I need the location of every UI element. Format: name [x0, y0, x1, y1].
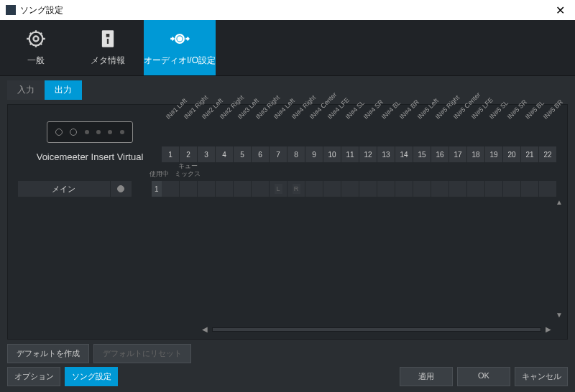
routing-cell[interactable] — [198, 181, 216, 197]
channel-number[interactable]: 20 — [503, 146, 521, 162]
channel-number[interactable]: 15 — [413, 146, 431, 162]
tab-metadata[interactable]: メタ情報 — [72, 20, 144, 75]
channel-number[interactable]: 7 — [270, 146, 288, 162]
routing-cell[interactable] — [485, 181, 503, 197]
song-settings-button[interactable]: ソング設定 — [65, 367, 118, 386]
close-icon[interactable]: ✕ — [551, 4, 569, 17]
track-channel-num: 1 — [152, 181, 162, 197]
gear-icon — [26, 29, 46, 49]
ok-button[interactable]: OK — [457, 367, 510, 386]
cancel-button[interactable]: キャンセル — [515, 367, 568, 386]
channel-number[interactable]: 17 — [449, 146, 467, 162]
svg-point-1 — [34, 37, 39, 42]
device-name: Voicemeeter Insert Virtual — [37, 151, 144, 162]
channel-number[interactable]: 9 — [305, 146, 323, 162]
channel-number[interactable]: 4 — [216, 146, 234, 162]
channel-number[interactable]: 10 — [323, 146, 341, 162]
routing-cell[interactable] — [180, 181, 198, 197]
channel-number[interactable]: 11 — [341, 146, 359, 162]
track-use-toggle[interactable] — [111, 181, 132, 197]
channel-number[interactable]: 8 — [288, 146, 305, 162]
scroll-down-icon[interactable]: ▼ — [556, 311, 563, 319]
reset-default-button: デフォルトにリセット — [93, 344, 191, 363]
channel-number[interactable]: 21 — [521, 146, 539, 162]
channel-number[interactable]: 6 — [252, 146, 270, 162]
routing-cell[interactable] — [216, 181, 234, 197]
routing-cell[interactable] — [521, 181, 539, 197]
subtab-output[interactable]: 出力 — [45, 80, 82, 100]
scroll-up-icon[interactable]: ▲ — [556, 198, 563, 206]
routing-cell[interactable] — [413, 181, 431, 197]
routing-cell[interactable] — [449, 181, 467, 197]
routing-cell[interactable] — [341, 181, 359, 197]
audio-io-icon — [170, 29, 190, 49]
channel-number[interactable]: 13 — [377, 146, 395, 162]
device-icon — [47, 121, 133, 143]
track-cue-toggle[interactable] — [132, 181, 149, 197]
routing-cell[interactable] — [234, 181, 252, 197]
window-title: ソング設定 — [20, 4, 63, 17]
track-row: メイン 1 LR — [18, 181, 557, 197]
routing-cell[interactable] — [162, 181, 180, 197]
routing-cell[interactable] — [467, 181, 485, 197]
options-button[interactable]: オプション — [7, 367, 60, 386]
scroll-right-icon[interactable]: ▶ — [546, 325, 551, 333]
channel-number[interactable]: 5 — [234, 146, 252, 162]
info-file-icon — [98, 29, 118, 49]
channel-number[interactable]: 14 — [395, 146, 413, 162]
tab-general[interactable]: 一般 — [0, 20, 72, 75]
svg-rect-3 — [106, 34, 110, 37]
channel-number[interactable]: 2 — [180, 146, 198, 162]
subtab-input[interactable]: 入力 — [7, 80, 45, 100]
routing-cell[interactable] — [377, 181, 395, 197]
channel-label: IN#5 BR — [542, 103, 560, 121]
svg-rect-4 — [107, 39, 109, 44]
titlebar: ソング設定 ✕ — [0, 0, 575, 20]
routing-cell[interactable] — [305, 181, 323, 197]
routing-cell[interactable] — [252, 181, 270, 197]
create-default-button[interactable]: デフォルトを作成 — [7, 344, 89, 363]
routing-cell[interactable] — [359, 181, 377, 197]
routing-panel: Voicemeeter Insert Virtual IN#1 LeftIN#1… — [7, 104, 568, 340]
routing-cell[interactable]: R — [288, 181, 305, 197]
routing-cell[interactable] — [539, 181, 557, 197]
routing-cell[interactable] — [323, 181, 341, 197]
channel-number[interactable]: 1 — [162, 146, 180, 162]
channel-number[interactable]: 16 — [431, 146, 449, 162]
routing-cell[interactable] — [395, 181, 413, 197]
routing-cell[interactable] — [503, 181, 521, 197]
track-name[interactable]: メイン — [18, 181, 111, 197]
apply-button[interactable]: 適用 — [400, 367, 453, 386]
column-use-label: 使用中 — [150, 170, 169, 178]
channel-number[interactable]: 18 — [467, 146, 485, 162]
column-cue-label: キュー ミックス — [175, 162, 201, 178]
tab-audio-io[interactable]: オーディオI/O設定 — [144, 20, 216, 75]
scroll-left-icon[interactable]: ◀ — [202, 325, 208, 333]
channel-number[interactable]: 12 — [359, 146, 377, 162]
app-icon — [6, 5, 16, 15]
routing-cell[interactable] — [431, 181, 449, 197]
main-tabbar: 一般 メタ情報 オーディオI/O設定 — [0, 20, 575, 76]
routing-cell[interactable]: L — [270, 181, 288, 197]
channel-number[interactable]: 22 — [539, 146, 557, 162]
h-scrollbar[interactable] — [212, 327, 541, 332]
channel-number[interactable]: 19 — [485, 146, 503, 162]
channel-number[interactable]: 3 — [198, 146, 216, 162]
svg-point-6 — [178, 37, 182, 41]
